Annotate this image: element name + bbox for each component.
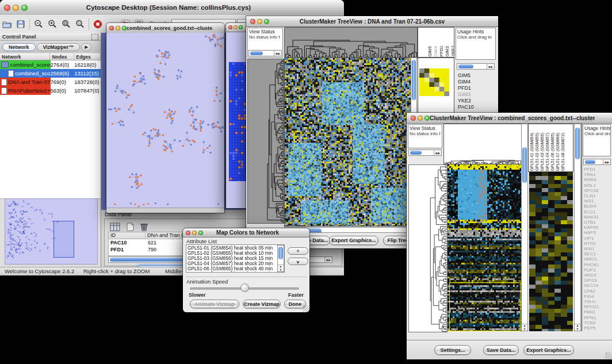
network-row[interactable]: combined_sco 2569(6) 13112(15): [0, 69, 101, 78]
gene-label[interactable]: GTB1: [584, 220, 611, 225]
move-up-button[interactable]: ^: [288, 247, 308, 255]
treeview-button[interactable]: Save Data...: [483, 345, 519, 355]
zoom-window-icon[interactable]: [198, 231, 203, 235]
gene-label[interactable]: MSL1: [584, 183, 611, 188]
view-status-scrollbar[interactable]: ◀▶: [248, 50, 282, 56]
network-row[interactable]: RNAPuberNov2+! 563(0) 107847(0): [0, 86, 101, 95]
zoom-fit-icon[interactable]: [73, 18, 87, 30]
gene-label[interactable]: BUD4: [584, 204, 611, 209]
attribute-list[interactable]: GPL51-01 (GSM854) heat shock 05 minGPL51…: [186, 244, 285, 273]
column-label[interactable]: YKE2: [450, 45, 454, 56]
column-label[interactable]: GIM5: [427, 46, 433, 56]
treeview-button[interactable]: Export Graphics...: [329, 236, 378, 245]
delete-attribute-icon[interactable]: [137, 220, 151, 233]
treeview1-title-bar[interactable]: ClusterMaker TreeView : DNA and Tran 07-…: [246, 16, 498, 27]
scrollbar-arrows[interactable]: ◀▶: [324, 257, 332, 262]
summary-heatmap[interactable]: [419, 68, 449, 96]
gene-label[interactable]: YKE2: [458, 98, 495, 104]
column-label[interactable]: GPL51-02 (GSM855): [535, 133, 539, 171]
column-dendrogram[interactable]: [443, 124, 522, 164]
zoom-window-icon[interactable]: [122, 26, 127, 30]
gene-label[interactable]: TCB3: [584, 320, 611, 325]
column-label[interactable]: GPL51-03 (GSM856): [540, 133, 544, 171]
gene-label[interactable]: SEC24: [584, 283, 611, 288]
column-nodes[interactable]: Nodes: [50, 53, 74, 60]
gene-label[interactable]: GIM4: [458, 79, 495, 85]
close-icon[interactable]: [186, 231, 190, 235]
gene-label[interactable]: FIG4: [584, 294, 611, 299]
gene-label[interactable]: MON2: [584, 331, 611, 331]
resize-grip[interactable]: [605, 352, 611, 359]
network-overview-panel[interactable]: [5, 198, 98, 265]
zoom-window-icon[interactable]: [239, 25, 243, 29]
open-icon[interactable]: [0, 18, 14, 30]
gene-label[interactable]: MAK31: [584, 214, 611, 220]
column-label[interactable]: GPL51-04 (GSM857): [545, 133, 549, 171]
gene-label[interactable]: CLN1: [584, 193, 611, 198]
zoom-window-icon[interactable]: [21, 5, 28, 11]
dialog-button[interactable]: Animate Vizmap: [190, 300, 239, 308]
main-title-bar[interactable]: Cytoscape Desktop (Session Name: collins…: [0, 0, 344, 16]
gene-label[interactable]: PEP5: [584, 325, 611, 331]
gene-label[interactable]: PHO81: [584, 262, 611, 267]
id-column-header[interactable]: ID: [109, 232, 146, 239]
zoom-window-icon[interactable]: [424, 116, 430, 121]
network-grid-canvas[interactable]: [229, 62, 248, 181]
gene-label[interactable]: KAP95: [584, 225, 611, 230]
gene-label[interactable]: ELG1: [584, 209, 611, 214]
resize-grip[interactable]: [303, 305, 309, 312]
attribute-select-icon[interactable]: [108, 220, 122, 233]
gene-label[interactable]: SEC1: [584, 251, 611, 256]
float-panel-icon[interactable]: [91, 34, 98, 40]
column-label[interactable]: GPL51-08 (GSM872): [561, 133, 565, 171]
gene-label[interactable]: VIP1: [584, 236, 611, 241]
overview-selection-rect[interactable]: [53, 221, 74, 258]
new-attribute-icon[interactable]: [123, 220, 137, 233]
gene-label[interactable]: PFD1: [584, 167, 611, 172]
column-dendrogram[interactable]: [284, 27, 418, 59]
gene-label[interactable]: PUF3: [584, 267, 611, 273]
network-row[interactable]: DNA and Tran 07 769(0) 183728(0): [0, 78, 101, 86]
control-panel-tab[interactable]: Network: [2, 43, 36, 51]
network-canvas[interactable]: [107, 33, 224, 208]
gene-label[interactable]: MSI1: [584, 246, 611, 251]
gene-label[interactable]: HMG1: [584, 256, 611, 262]
zoom-selected-icon[interactable]: [59, 18, 73, 30]
zoom-in-icon[interactable]: [45, 18, 59, 30]
close-icon[interactable]: [109, 26, 114, 30]
row-dendrogram[interactable]: [247, 59, 284, 224]
column-edges[interactable]: Edges: [74, 53, 101, 60]
gene-label[interactable]: YSH1: [584, 299, 611, 304]
heatmap-vscrollbar[interactable]: ▲▼: [521, 124, 528, 331]
close-icon[interactable]: [250, 19, 255, 24]
speed-slider-thumb[interactable]: [240, 283, 249, 292]
close-icon[interactable]: [411, 116, 416, 121]
move-down-button[interactable]: v: [288, 258, 308, 265]
gene-label[interactable]: RNR4: [584, 177, 611, 182]
close-icon[interactable]: [4, 5, 10, 11]
help-icon[interactable]: [91, 18, 105, 30]
dialog-title-bar[interactable]: Map Colors to Network: [183, 228, 309, 237]
gene-label[interactable]: NTR2: [584, 241, 611, 246]
control-panel-tab[interactable]: VizMapper™: [37, 43, 81, 51]
zoom-window-icon[interactable]: [264, 19, 269, 24]
gene-label[interactable]: HAP3: [584, 230, 611, 235]
zoom-out-icon[interactable]: [32, 18, 45, 30]
gene-label[interactable]: SPC98: [584, 188, 611, 193]
minimize-icon[interactable]: [192, 231, 197, 235]
dialog-button[interactable]: Create Vizmap: [243, 300, 281, 308]
gene-label[interactable]: HRD3: [584, 273, 611, 278]
gene-label[interactable]: YRA1: [584, 172, 611, 177]
column-label[interactable]: GIM3: [445, 46, 450, 56]
gene-label[interactable]: RPO21: [584, 304, 611, 309]
save-icon[interactable]: [14, 18, 28, 30]
gene-label[interactable]: RPN1: [584, 315, 611, 320]
treeview2-title-bar[interactable]: ClusterMaker TreeView : combined_scores_…: [407, 113, 612, 124]
heatmap-canvas[interactable]: [447, 164, 521, 331]
close-icon[interactable]: [228, 25, 232, 29]
zoom-heatmap-canvas[interactable]: [529, 172, 573, 331]
zoom-vscrollbar[interactable]: ▲▼: [574, 124, 581, 331]
column-label[interactable]: GPL51-07 (GSM868): [556, 133, 560, 171]
minimize-icon[interactable]: [116, 26, 120, 30]
heatmap-canvas[interactable]: [284, 58, 411, 227]
